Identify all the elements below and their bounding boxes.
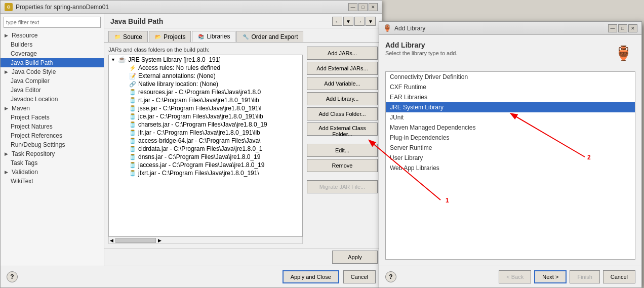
edit-button[interactable]: Edit... bbox=[307, 144, 378, 157]
footer-right: Apply and Close Cancel bbox=[283, 270, 376, 283]
lib-item-ear[interactable]: EAR Libraries bbox=[386, 92, 635, 102]
remove-button[interactable]: Remove bbox=[307, 159, 378, 172]
lib-item-maven[interactable]: Maven Managed Dependencies bbox=[386, 122, 635, 133]
nav-dropdown2-button[interactable]: ▼ bbox=[366, 17, 376, 26]
apply-button[interactable]: Apply bbox=[332, 251, 378, 264]
add-class-folder-button[interactable]: Add Class Folder... bbox=[307, 107, 378, 120]
jar-item-rt[interactable]: 🫙 rt.jar - C:\Program Files\Java\jre1.8.… bbox=[109, 96, 302, 104]
library-list[interactable]: Connectivity Driver Definition CXF Runti… bbox=[385, 71, 635, 260]
scroll-thumb[interactable] bbox=[115, 238, 156, 243]
sidebar-label: Builders bbox=[11, 41, 32, 48]
lib-item-cxf[interactable]: CXF Runtime bbox=[386, 82, 635, 92]
add-jars-button[interactable]: Add JARs... bbox=[307, 47, 378, 60]
nav-dropdown-button[interactable]: ▼ bbox=[343, 17, 353, 26]
sidebar-item-java-editor[interactable]: Java Editor bbox=[1, 86, 104, 95]
sidebar-item-project-facets[interactable]: Project Facets bbox=[1, 113, 104, 122]
jar-item-jfxrt[interactable]: 🫙 jfxrt.jar - C:\Program Files\Java\jre1… bbox=[109, 169, 302, 177]
jar-item-dnsns[interactable]: 🫙 dnsns.jar - C:\Program Files\Java\jre1… bbox=[109, 153, 302, 161]
next-button[interactable]: Next > bbox=[534, 270, 567, 283]
filter-input[interactable] bbox=[4, 17, 101, 28]
sidebar-item-java-compiler[interactable]: Java Compiler bbox=[1, 76, 104, 86]
cancel-button[interactable]: Cancel bbox=[343, 270, 376, 283]
scroll-right-arrow[interactable]: ▶ bbox=[157, 238, 163, 243]
tab-order-label: Order and Export bbox=[251, 33, 298, 40]
tab-projects[interactable]: 📂 Projects bbox=[149, 31, 191, 42]
nav-arrows: ← ▼ → ▼ bbox=[332, 17, 376, 26]
jar-item-jaccess[interactable]: 🫙 jaccess.jar - C:\Program Files\Java\jr… bbox=[109, 161, 302, 169]
jar-item-resources[interactable]: 🫙 resources.jar - C:\Program Files\Java\… bbox=[109, 88, 302, 96]
add-variable-button[interactable]: Add Variable... bbox=[307, 77, 378, 90]
add-external-jars-button[interactable]: Add External JARs... bbox=[307, 62, 378, 75]
add-external-class-folder-button[interactable]: Add External Class Folder... bbox=[307, 122, 378, 136]
add-lib-close-button[interactable]: ✕ bbox=[628, 24, 637, 32]
jar-item-jce[interactable]: 🫙 jce.jar - C:\Program Files\Java\jre1.8… bbox=[109, 112, 302, 120]
jar-icon: 🫙 bbox=[129, 121, 136, 128]
lib-item-webapp[interactable]: Web App Libraries bbox=[386, 163, 635, 173]
sidebar-item-builders[interactable]: Builders bbox=[1, 40, 104, 49]
add-lib-icon: 🏺 bbox=[383, 24, 391, 32]
lib-item-jre[interactable]: JRE System Library bbox=[386, 102, 635, 112]
maximize-button[interactable]: □ bbox=[358, 3, 368, 11]
back-button[interactable]: < Back bbox=[499, 270, 531, 283]
minimize-button[interactable]: — bbox=[348, 3, 357, 11]
jar-item-label: resources.jar - C:\Program Files\Java\jr… bbox=[138, 89, 261, 96]
migrate-jar-button[interactable]: Migrate JAR File... bbox=[307, 180, 378, 193]
rule-icon: ⚡ bbox=[129, 65, 136, 71]
sidebar-item-wikitext[interactable]: WikiText bbox=[1, 177, 104, 186]
jar-item-label: jaccess.jar - C:\Program Files\Java\jre1… bbox=[138, 161, 264, 169]
sidebar-item-task-repo[interactable]: ▶ Task Repository bbox=[1, 149, 104, 158]
add-lib-minimize-button[interactable]: — bbox=[608, 24, 617, 32]
tab-source[interactable]: 📁 Source bbox=[108, 31, 148, 42]
add-lib-cancel-button[interactable]: Cancel bbox=[603, 270, 635, 283]
finish-button[interactable]: Finish bbox=[570, 270, 599, 283]
apply-close-button[interactable]: Apply and Close bbox=[283, 270, 339, 283]
sidebar-label: Run/Debug Settings bbox=[11, 141, 65, 148]
sidebar-item-task-tags[interactable]: Task Tags bbox=[1, 158, 104, 168]
sidebar-item-run-debug[interactable]: Run/Debug Settings bbox=[1, 140, 104, 149]
lib-item-junit[interactable]: JUnit bbox=[386, 112, 635, 122]
sidebar-item-project-references[interactable]: Project References bbox=[1, 131, 104, 140]
properties-icon: ⚙ bbox=[5, 3, 13, 11]
jar-item-jfr[interactable]: 🫙 jfr.jar - C:\Program Files\Java\jre1.8… bbox=[109, 129, 302, 137]
nav-back-button[interactable]: ← bbox=[332, 17, 342, 26]
lib-item-server[interactable]: Server Runtime bbox=[386, 143, 635, 153]
sidebar-item-maven[interactable]: ▶ Maven bbox=[1, 104, 104, 113]
scroll-left-arrow[interactable]: ◀ bbox=[109, 238, 114, 243]
jar-item-access-rules[interactable]: ⚡ Access rules: No rules defined bbox=[109, 64, 302, 72]
lib-item-connectivity[interactable]: Connectivity Driver Definition bbox=[386, 72, 635, 82]
jar-item-jre[interactable]: ▼ ☕ JRE System Library [jre1.8.0_191] bbox=[109, 55, 302, 64]
jar-item-charsets[interactable]: 🫙 charsets.jar - C:\Program Files\Java\j… bbox=[109, 120, 302, 129]
close-button[interactable]: ✕ bbox=[369, 3, 378, 11]
tab-order-export[interactable]: 🔧 Order and Export bbox=[236, 31, 303, 42]
tab-source-label: Source bbox=[123, 33, 142, 40]
jar-item-label: cldrdata.jar - C:\Program Files\Java\jre… bbox=[138, 145, 262, 152]
add-library-button[interactable]: Add Library... bbox=[307, 92, 378, 105]
expand-arrow: ▼ bbox=[111, 57, 116, 62]
nav-fwd-button[interactable]: → bbox=[354, 17, 365, 26]
content-title: Java Build Path bbox=[110, 17, 163, 25]
sidebar-item-java-code-style[interactable]: ▶ Java Code Style bbox=[1, 67, 104, 76]
jar-item-access-bridge[interactable]: 🫙 access-bridge-64.jar - C:\Program File… bbox=[109, 137, 302, 145]
sidebar-item-resource[interactable]: ▶ Resource bbox=[1, 31, 104, 40]
horizontal-scrollbar[interactable]: ◀ ▶ bbox=[108, 237, 303, 244]
help-button[interactable]: ? bbox=[7, 271, 18, 282]
sidebar-item-javadoc[interactable]: Javadoc Location bbox=[1, 95, 104, 104]
jar-item-cldrdata[interactable]: 🫙 cldrdata.jar - C:\Program Files\Java\j… bbox=[109, 145, 302, 153]
source-tab-icon: 📁 bbox=[114, 33, 121, 40]
jar-icon: 🫙 bbox=[129, 89, 136, 96]
sidebar-item-validation[interactable]: ▶ Validation bbox=[1, 168, 104, 177]
sidebar-item-project-natures[interactable]: Project Natures bbox=[1, 122, 104, 131]
add-lib-maximize-button[interactable]: □ bbox=[618, 24, 627, 32]
lib-item-user[interactable]: User Library bbox=[386, 153, 635, 163]
jar-item-native-lib[interactable]: 🔗 Native library location: (None) bbox=[109, 80, 302, 88]
main-panel: JARs and class folders on the build path… bbox=[104, 43, 382, 248]
jar-item-ext-annotations[interactable]: 📝 External annotations: (None) bbox=[109, 72, 302, 80]
sidebar-item-coverage[interactable]: Coverage bbox=[1, 49, 104, 58]
lib-item-plugin[interactable]: Plug-in Dependencies bbox=[386, 133, 635, 143]
tab-libraries[interactable]: 📚 Libraries bbox=[192, 31, 235, 42]
sidebar-item-java-build-path[interactable]: Java Build Path bbox=[1, 58, 104, 67]
arrow-icon: ▶ bbox=[5, 151, 10, 156]
jar-item-jsse[interactable]: 🫙 jsse.jar - C:\Program Files\Java\jre1.… bbox=[109, 104, 302, 112]
add-lib-help-button[interactable]: ? bbox=[385, 271, 396, 282]
jar-list[interactable]: ▼ ☕ JRE System Library [jre1.8.0_191] ⚡ … bbox=[108, 55, 303, 237]
